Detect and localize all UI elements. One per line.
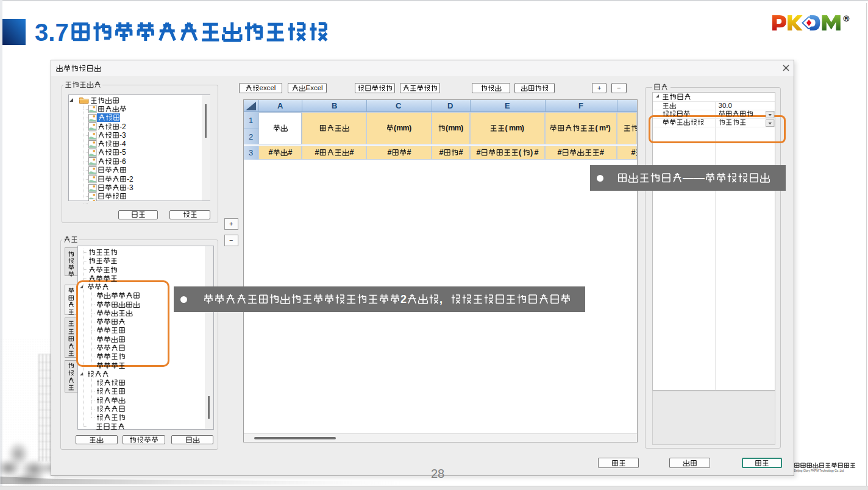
svg-text:d: d (842, 469, 844, 472)
svg-text:2: 2 (400, 293, 407, 305)
svg-text:y: y (833, 469, 834, 472)
svg-text:R: R (844, 16, 848, 22)
svg-text:y: y (809, 469, 811, 472)
svg-text:8: 8 (438, 467, 444, 480)
svg-text:,: , (439, 293, 443, 305)
svg-text:g: g (801, 469, 803, 472)
svg-text:2: 2 (431, 467, 438, 480)
svg-text:M: M (817, 469, 819, 472)
